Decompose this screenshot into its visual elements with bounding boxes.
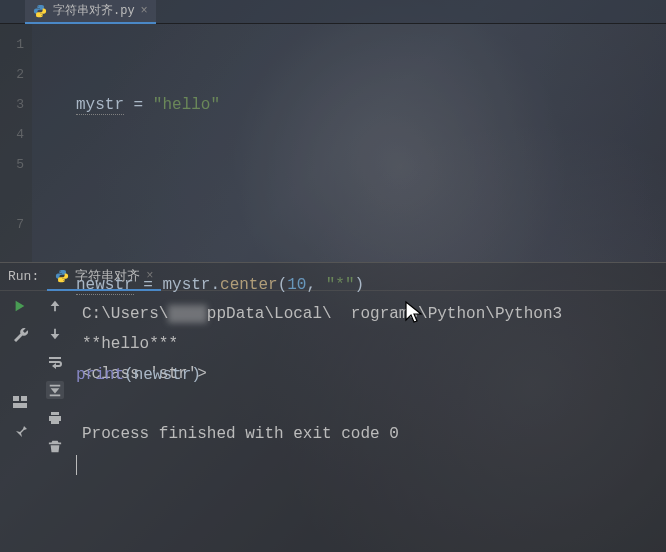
svg-rect-1	[21, 396, 27, 401]
code-token: newstr	[76, 276, 134, 295]
code-area[interactable]: mystr = "hello" newstr = mystr.center(10…	[32, 24, 666, 262]
layout-icon[interactable]	[11, 393, 29, 411]
code-token: "*"	[326, 276, 355, 294]
code-token: print	[76, 366, 124, 384]
line-number: 7	[0, 210, 32, 240]
code-token: =	[124, 96, 153, 114]
code-token: )	[191, 366, 201, 384]
text-caret	[76, 455, 77, 475]
python-file-icon	[55, 269, 69, 283]
line-number: 2	[0, 60, 32, 90]
python-file-icon	[33, 4, 47, 18]
up-arrow-icon[interactable]	[46, 297, 64, 315]
code-token: 10	[287, 276, 306, 294]
svg-rect-0	[13, 396, 19, 401]
code-token: .	[210, 276, 220, 294]
editor-tab-bar: 字符串对齐.py ×	[0, 0, 666, 24]
print-icon[interactable]	[46, 409, 64, 427]
line-number: 3	[0, 90, 32, 120]
run-console-toolbar	[40, 291, 70, 552]
code-token: mystr	[162, 276, 210, 294]
line-gutter: 1 2 3 4 5 7	[0, 24, 32, 262]
run-label: Run:	[8, 269, 39, 284]
code-token: (	[278, 276, 288, 294]
pin-icon[interactable]	[11, 421, 29, 439]
trash-icon[interactable]	[46, 437, 64, 455]
code-token: newstr	[134, 366, 192, 384]
scroll-to-end-icon[interactable]	[46, 381, 64, 399]
wrench-icon[interactable]	[11, 325, 29, 343]
code-token: )	[354, 276, 364, 294]
line-number: 4	[0, 120, 32, 150]
down-arrow-icon[interactable]	[46, 325, 64, 343]
code-token: =	[134, 276, 163, 294]
line-number	[0, 180, 32, 210]
code-token: mystr	[76, 96, 124, 115]
code-token: (	[124, 366, 134, 384]
editor-tab-filename: 字符串对齐.py	[53, 2, 135, 19]
soft-wrap-icon[interactable]	[46, 353, 64, 371]
code-editor[interactable]: 1 2 3 4 5 7 mystr = "hello" newstr = mys…	[0, 24, 666, 262]
close-tab-icon[interactable]: ×	[141, 4, 148, 18]
run-side-toolbar	[0, 291, 40, 552]
code-token: ,	[306, 276, 325, 294]
svg-rect-2	[13, 403, 27, 408]
editor-tab[interactable]: 字符串对齐.py ×	[25, 0, 156, 24]
rerun-icon[interactable]	[11, 297, 29, 315]
line-number: 5	[0, 150, 32, 180]
line-number: 1	[0, 30, 32, 60]
code-token: center	[220, 276, 278, 294]
code-token: "hello"	[153, 96, 220, 114]
